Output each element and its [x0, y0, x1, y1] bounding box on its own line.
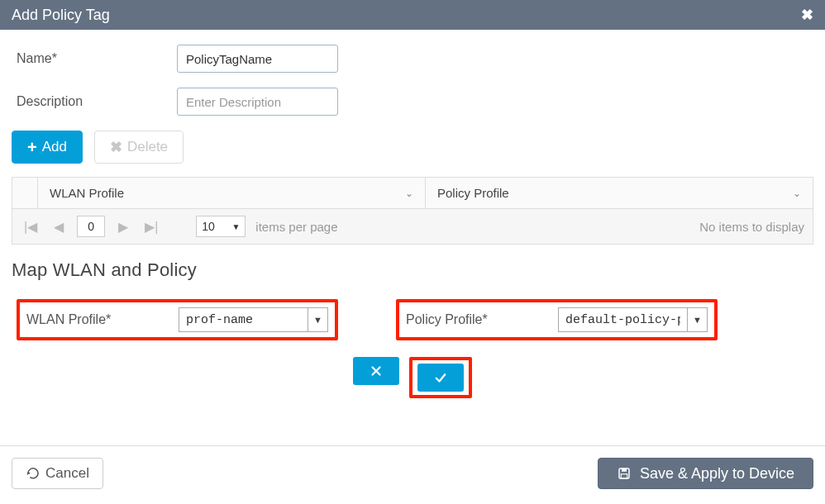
- x-icon: ✖: [110, 140, 122, 155]
- prev-page-icon[interactable]: ◀: [50, 219, 67, 235]
- items-per-page-value: 10: [202, 220, 215, 233]
- map-cancel-button[interactable]: [353, 357, 399, 385]
- policy-profile-select[interactable]: ▼: [558, 307, 708, 332]
- map-confirm-highlight: [409, 357, 472, 398]
- policy-profile-input[interactable]: [559, 308, 687, 331]
- wlan-profile-group: WLAN Profile* ▼: [17, 299, 338, 340]
- wlan-profile-select[interactable]: ▼: [179, 307, 328, 332]
- dropdown-arrow-icon: ▼: [231, 222, 240, 231]
- name-label: Name*: [12, 51, 177, 66]
- modal-footer: Cancel Save & Apply to Device: [0, 445, 825, 504]
- delete-button: ✖ Delete: [94, 131, 184, 164]
- modal-title: Add Policy Tag: [12, 7, 110, 24]
- add-button[interactable]: + Add: [12, 131, 83, 164]
- name-input[interactable]: [177, 45, 338, 73]
- map-section-title: Map WLAN and Policy: [12, 259, 813, 281]
- chevron-down-icon: ⌄: [405, 188, 413, 199]
- grid-col-policy-label: Policy Profile: [437, 186, 509, 200]
- wlan-profile-input[interactable]: [179, 308, 308, 331]
- grid-header: WLAN Profile ⌄ Policy Profile ⌄: [12, 177, 813, 209]
- undo-icon: [26, 466, 41, 481]
- pager: |◀ ◀ 0 ▶ ▶| 10 ▼ items per page No items…: [12, 209, 813, 245]
- page-number-input[interactable]: 0: [77, 216, 105, 237]
- save-apply-button-label: Save & Apply to Device: [640, 465, 794, 483]
- check-icon: [433, 370, 448, 385]
- add-button-label: Add: [42, 139, 67, 155]
- table-action-row: + Add ✖ Delete: [12, 131, 813, 164]
- grid-col-wlan-label: WLAN Profile: [50, 186, 124, 200]
- cancel-button-label: Cancel: [45, 465, 89, 482]
- svg-rect-1: [622, 468, 627, 472]
- grid-checkbox-col: [12, 178, 37, 208]
- dropdown-arrow-icon[interactable]: ▼: [687, 308, 707, 331]
- policy-profile-label: Policy Profile*: [406, 312, 545, 327]
- description-label: Description: [12, 94, 177, 109]
- grid-empty-text: No items to display: [699, 220, 804, 234]
- items-per-page-select[interactable]: 10 ▼: [196, 216, 246, 237]
- modal-titlebar: Add Policy Tag ✖: [0, 0, 825, 30]
- first-page-icon[interactable]: |◀: [21, 219, 41, 235]
- delete-button-label: Delete: [127, 139, 168, 155]
- description-input[interactable]: [177, 88, 338, 116]
- next-page-icon[interactable]: ▶: [115, 219, 131, 235]
- grid-col-policy[interactable]: Policy Profile ⌄: [425, 178, 813, 208]
- last-page-icon[interactable]: ▶|: [141, 219, 161, 235]
- cancel-button[interactable]: Cancel: [12, 458, 103, 489]
- svg-rect-2: [621, 474, 627, 478]
- map-confirm-row: [12, 357, 813, 398]
- save-icon: [617, 466, 632, 481]
- map-row: WLAN Profile* ▼ Policy Profile* ▼: [12, 299, 813, 340]
- x-icon: [369, 364, 384, 378]
- wlan-profile-label: WLAN Profile*: [26, 312, 165, 327]
- policy-profile-group: Policy Profile* ▼: [396, 299, 718, 340]
- close-icon[interactable]: ✖: [801, 6, 813, 24]
- map-confirm-button[interactable]: [417, 364, 464, 392]
- chevron-down-icon: ⌄: [793, 188, 801, 199]
- description-row: Description: [12, 88, 813, 116]
- grid-col-wlan[interactable]: WLAN Profile ⌄: [37, 178, 425, 208]
- dropdown-arrow-icon[interactable]: ▼: [308, 308, 327, 331]
- save-apply-button[interactable]: Save & Apply to Device: [598, 458, 813, 489]
- name-row: Name*: [12, 45, 813, 73]
- items-per-page-label: items per page: [255, 220, 337, 234]
- plus-icon: +: [27, 139, 37, 155]
